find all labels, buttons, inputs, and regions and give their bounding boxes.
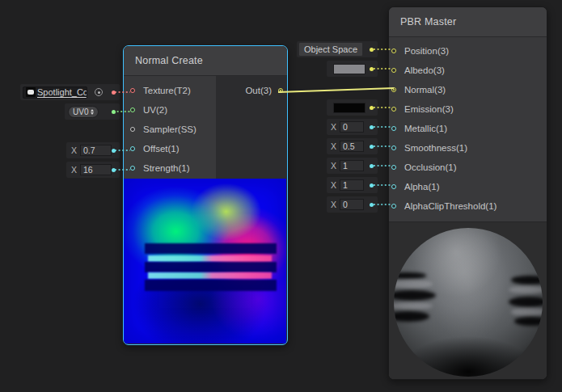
alpha-clip-port-stub-dot: [370, 203, 374, 207]
port-position-input[interactable]: [391, 48, 396, 53]
uv-channel-widget: UV0: [65, 103, 120, 120]
port-emission-label: Emission(3): [404, 104, 454, 114]
port-strength-label: Strength(1): [143, 163, 190, 173]
position-space-value: Object Space: [304, 44, 357, 54]
occlusion-input[interactable]: 1: [340, 160, 364, 171]
pbr-preview-area: [389, 221, 547, 379]
port-alpha-label: Alpha(1): [404, 182, 439, 192]
position-port-stub-dot: [370, 48, 374, 52]
port-position-label: Position(3): [404, 46, 449, 56]
normal-map-preview: [124, 179, 286, 344]
metallic-value-widget: X 0: [327, 119, 378, 135]
dropdown-arrows-icon: [91, 109, 94, 115]
node-normal-create[interactable]: Normal Create Texture(T2) UV(2) Sampler(…: [123, 45, 288, 345]
port-normal-label: Normal(3): [404, 85, 446, 95]
position-space-dropdown[interactable]: Object Space: [298, 42, 363, 57]
alpha-port-stub-dot: [370, 183, 374, 188]
smoothness-input[interactable]: 0.5: [340, 141, 364, 152]
strength-input[interactable]: 16: [80, 164, 112, 175]
port-smoothness-input[interactable]: [391, 145, 396, 150]
alpha-x-label: X: [331, 180, 336, 190]
occlusion-port-stub-dot: [370, 164, 374, 168]
port-alpha-input[interactable]: [391, 184, 396, 189]
metallic-x-label: X: [331, 122, 336, 132]
pbr-master-header[interactable]: PBR Master: [389, 7, 547, 37]
port-strength-input[interactable]: [130, 166, 135, 171]
port-metallic-input[interactable]: [391, 126, 396, 131]
normal-create-title: Normal Create: [135, 55, 203, 66]
port-alpha-clip-label: AlphaClipThreshold(1): [404, 201, 497, 211]
pbr-master-title: PBR Master: [400, 16, 456, 27]
port-sampler-input[interactable]: [130, 127, 135, 132]
metallic-port-stub-dot: [370, 125, 374, 129]
port-uv-input[interactable]: [130, 107, 135, 112]
shader-graph-canvas[interactable]: Spotlight_Cc UV0 X 0.7 X 16 Normal Creat…: [0, 0, 562, 392]
position-space-widget: Object Space: [297, 41, 378, 57]
metallic-input[interactable]: 0: [340, 121, 364, 133]
offset-input[interactable]: 0.7: [80, 145, 112, 156]
normal-create-inputs: Texture(T2) UV(2) Sampler(SS) Offset(1) …: [124, 76, 216, 179]
strength-port-stub-dot: [112, 168, 116, 172]
occlusion-x-label: X: [331, 161, 336, 171]
port-normal-input[interactable]: [391, 87, 396, 92]
texture-thumbnail-icon: [26, 87, 36, 97]
port-occlusion-input[interactable]: [391, 165, 396, 170]
albedo-color-swatch[interactable]: [333, 64, 366, 74]
port-emission-input[interactable]: [391, 107, 396, 112]
emission-color-widget: [327, 99, 378, 116]
port-uv-label: UV(2): [143, 105, 167, 115]
port-metallic-label: Metallic(1): [404, 124, 447, 133]
node-pbr-master[interactable]: PBR Master Position(3) Albedo(3) Normal(…: [388, 6, 547, 380]
alpha-clip-input[interactable]: 0: [340, 199, 364, 210]
uv-port-stub-dot: [112, 110, 116, 114]
offset-x-label: X: [71, 145, 77, 155]
port-alpha-clip-input[interactable]: [391, 204, 396, 209]
port-texture-input[interactable]: [130, 88, 135, 93]
texture-asset-name: Spotlight_Cc: [37, 87, 87, 97]
offset-value-widget: X 0.7: [66, 142, 120, 158]
offset-port-stub-dot: [112, 149, 116, 153]
albedo-color-widget: [327, 61, 378, 77]
port-out-output[interactable]: [278, 88, 283, 93]
port-smoothness-label: Smoothness(1): [404, 143, 467, 153]
smoothness-port-stub-dot: [370, 145, 374, 149]
port-albedo-label: Albedo(3): [404, 65, 445, 75]
port-albedo-input[interactable]: [391, 68, 396, 73]
texture-asset-widget: Spotlight_Cc: [20, 84, 120, 100]
emission-color-swatch[interactable]: [333, 103, 366, 113]
port-occlusion-label: Occlusion(1): [404, 162, 457, 172]
port-out-label: Out(3): [245, 86, 272, 95]
alpha-value-widget: X 1: [327, 177, 378, 193]
alpha-clip-x-label: X: [331, 200, 336, 209]
occlusion-value-widget: X 1: [327, 158, 378, 174]
port-sampler-label: Sampler(SS): [143, 124, 196, 134]
strength-x-label: X: [71, 165, 77, 175]
normal-create-outputs: Out(3): [216, 76, 287, 179]
alpha-clip-value-widget: X 0: [327, 196, 378, 213]
emission-port-stub-dot: [370, 106, 374, 110]
port-texture-label: Texture(T2): [143, 86, 191, 95]
object-picker-icon[interactable]: [95, 88, 103, 96]
smoothness-x-label: X: [331, 141, 336, 151]
normal-create-header[interactable]: Normal Create: [124, 46, 287, 76]
material-sphere-preview: [394, 228, 543, 377]
wire-out-to-normal[interactable]: [278, 88, 394, 92]
port-offset-label: Offset(1): [143, 144, 180, 154]
smoothness-value-widget: X 0.5: [327, 138, 378, 154]
alpha-input[interactable]: 1: [340, 179, 364, 191]
texture-port-stub-dot: [112, 91, 116, 95]
albedo-port-stub-dot: [370, 67, 374, 71]
strength-value-widget: X 16: [66, 162, 120, 178]
uv-channel-dropdown[interactable]: UV0: [68, 106, 99, 118]
port-offset-input[interactable]: [130, 146, 135, 151]
texture-object-field[interactable]: Spotlight_Cc: [23, 86, 87, 99]
uv-channel-value: UV0: [73, 107, 88, 116]
pbr-master-inputs: Position(3) Albedo(3) Normal(3) Emission…: [389, 37, 547, 216]
